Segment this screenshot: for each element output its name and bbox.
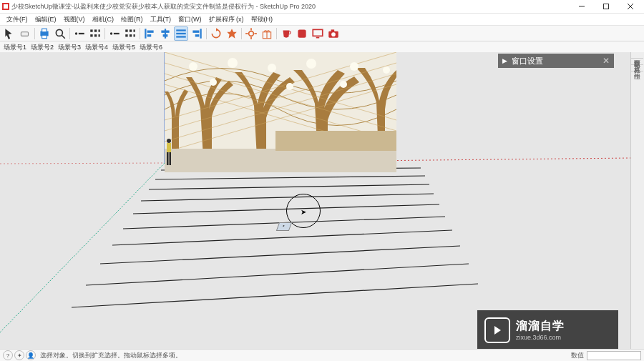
svg-marker-91: [494, 326, 501, 335]
svg-rect-22: [125, 29, 127, 31]
panel-arrow-icon[interactable]: ▶: [502, 57, 507, 64]
title-bar: 少校SketchUp微课堂-以盈利来使少校党安获少校本人获取的党安文件制造是侵权…: [0, 0, 644, 14]
svg-rect-13: [79, 32, 84, 34]
svg-line-58: [155, 176, 425, 179]
svg-point-79: [306, 59, 316, 69]
svg-line-60: [141, 194, 434, 201]
star-icon[interactable]: [225, 26, 239, 41]
cursor-arrow-icon: ➤: [301, 208, 306, 216]
svg-rect-38: [192, 30, 199, 32]
svg-rect-9: [42, 35, 47, 39]
grid3-icon[interactable]: [88, 26, 102, 41]
svg-point-12: [75, 32, 77, 34]
svg-rect-33: [163, 34, 168, 36]
svg-line-55: [0, 163, 165, 164]
svg-rect-37: [200, 29, 202, 39]
svg-rect-21: [114, 32, 119, 34]
svg-point-76: [189, 62, 197, 71]
bullet-icon[interactable]: [72, 26, 87, 41]
cup-icon[interactable]: [279, 26, 293, 41]
menu-window[interactable]: 窗口(W): [175, 15, 205, 24]
viewport[interactable]: ➤ ▶ 窗口设置 ✕ 溜溜自学 zixue.3d66.com: [0, 52, 631, 350]
watermark-url: zixue.3d66.com: [516, 334, 565, 341]
svg-rect-30: [147, 34, 152, 36]
svg-rect-88: [167, 143, 171, 152]
status-value-label: 数值: [571, 351, 584, 360]
svg-rect-34: [176, 29, 186, 31]
svg-line-64: [100, 246, 460, 264]
monitor-icon[interactable]: [311, 26, 325, 41]
align-dist-icon[interactable]: [174, 26, 188, 41]
align-center-icon[interactable]: [158, 26, 172, 41]
svg-rect-25: [125, 34, 127, 36]
gift-icon[interactable]: [260, 26, 274, 41]
svg-rect-48: [313, 29, 323, 36]
toolbar-main: [0, 26, 644, 41]
print-icon[interactable]: [37, 26, 52, 41]
minimize-button[interactable]: [570, 0, 594, 13]
status-info-icon[interactable]: ?: [3, 350, 13, 360]
svg-point-81: [383, 66, 390, 74]
menu-draw[interactable]: 绘图(R): [117, 15, 147, 24]
tray-tab-component[interactable]: 组件: [631, 65, 643, 71]
close-button[interactable]: [618, 0, 643, 13]
svg-point-40: [249, 31, 254, 36]
zoom-extent-icon[interactable]: [53, 26, 67, 41]
gear-icon[interactable]: [244, 26, 258, 41]
select-arrow-icon[interactable]: [2, 26, 16, 41]
svg-point-10: [56, 29, 62, 36]
scene-tab-2[interactable]: 场景号2: [29, 43, 56, 52]
svg-rect-24: [134, 29, 135, 31]
align-right-icon[interactable]: [190, 26, 204, 41]
svg-point-20: [110, 32, 112, 34]
scene-tab-5[interactable]: 场景号5: [110, 43, 137, 52]
stop-icon[interactable]: [295, 26, 309, 41]
svg-rect-31: [165, 29, 166, 39]
panel-close-icon[interactable]: ✕: [602, 56, 610, 66]
svg-rect-23: [130, 29, 132, 31]
scene-tab-3[interactable]: 场景号3: [56, 43, 83, 52]
menu-edit[interactable]: 编辑(E): [31, 15, 60, 24]
menu-bar: 文件(F) 编辑(E) 视图(V) 相机(C) 绘图(R) 工具(T) 窗口(W…: [0, 14, 644, 26]
tray-tab-default[interactable]: 默认面板: [631, 52, 643, 59]
matched-photo: [165, 52, 396, 172]
maximize-button[interactable]: [594, 0, 618, 13]
status-bar: ? ✦ 👤 选择对象。切换到扩充选择。拖动鼠标选择多项。 数值: [0, 349, 644, 361]
svg-rect-90: [170, 152, 172, 165]
refresh-icon[interactable]: [209, 26, 223, 41]
scene-tab-4[interactable]: 场景号4: [83, 43, 110, 52]
svg-rect-15: [94, 29, 97, 31]
grid3b-icon[interactable]: [123, 26, 137, 41]
measurement-input[interactable]: [587, 351, 641, 360]
watermark-logo-icon: [484, 317, 510, 343]
menu-camera[interactable]: 相机(C): [89, 15, 118, 24]
menu-view[interactable]: 视图(V): [60, 15, 89, 24]
svg-rect-29: [147, 30, 154, 32]
svg-rect-17: [90, 34, 92, 36]
menu-tools[interactable]: 工具(T): [147, 15, 175, 24]
svg-rect-47: [298, 29, 306, 37]
menu-extensions[interactable]: 扩展程序 (x): [205, 15, 248, 24]
svg-rect-52: [331, 29, 335, 31]
camera-icon[interactable]: [326, 26, 341, 41]
scene-tab-1[interactable]: 场景号1: [1, 43, 29, 52]
watermark-text: 溜溜自学: [516, 319, 565, 334]
tray-tab-toolbar[interactable]: 工具栏标: [631, 59, 643, 65]
svg-rect-85: [165, 149, 396, 172]
menu-file[interactable]: 文件(F): [3, 15, 31, 24]
panel-window-settings[interactable]: ▶ 窗口设置 ✕: [498, 54, 614, 68]
menu-help[interactable]: 帮助(H): [248, 15, 277, 24]
workspace: ➤ ▶ 窗口设置 ✕ 溜溜自学 zixue.3d66.com 默认面板 工具栏标…: [0, 52, 644, 350]
side-tray[interactable]: 默认面板 工具栏标 组件: [630, 52, 644, 350]
svg-rect-86: [275, 131, 396, 151]
eraser-icon[interactable]: [18, 26, 32, 41]
svg-line-63: [112, 230, 452, 245]
status-user-icon[interactable]: 👤: [26, 350, 36, 360]
status-geo-icon[interactable]: ✦: [14, 350, 24, 360]
svg-rect-3: [604, 4, 609, 9]
bullet2-icon[interactable]: [107, 26, 122, 41]
app-icon: [1, 2, 10, 11]
align-left-icon[interactable]: [142, 26, 157, 41]
scene-tab-6[interactable]: 场景号6: [137, 43, 165, 52]
svg-line-66: [72, 284, 478, 307]
